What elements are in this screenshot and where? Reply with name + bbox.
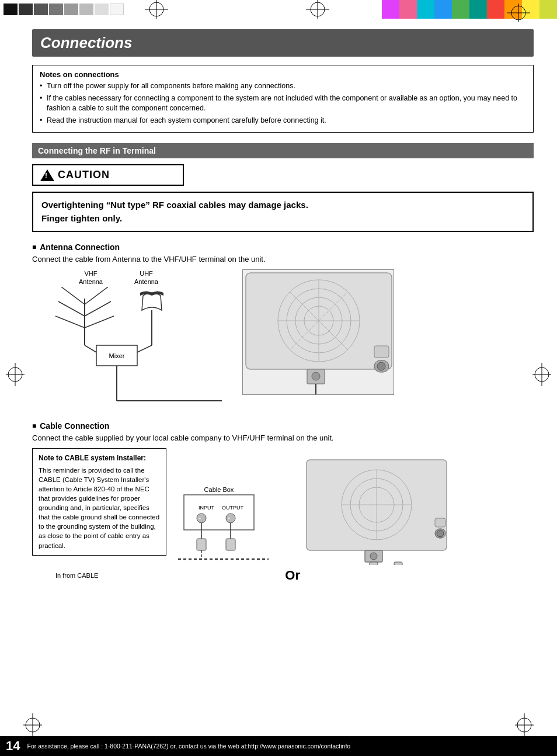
or-label: Or — [285, 568, 300, 583]
bottom-bar: 14 For assistance, please call : 1-800-2… — [0, 736, 557, 756]
uhf-label: UHFAntenna — [134, 269, 158, 286]
svg-line-13 — [55, 316, 85, 328]
caution-bar: CAUTION — [32, 164, 184, 186]
cable-bottom-labels: In from CABLE Or — [32, 568, 534, 583]
color-swatch-cyan — [417, 0, 434, 19]
caution-label: CAUTION — [58, 169, 110, 181]
svg-line-14 — [85, 316, 114, 328]
svg-rect-64 — [370, 562, 378, 565]
notes-box: Notes on connections Turn off the power … — [32, 65, 534, 133]
cable-note-title: Note to CABLE system installer: — [39, 453, 160, 463]
svg-line-12 — [85, 301, 111, 316]
svg-text:Mixer: Mixer — [109, 352, 125, 359]
cable-diagram-container: Note to CABLE system installer: This rem… — [32, 448, 534, 565]
svg-rect-58 — [435, 518, 445, 527]
color-swatch — [95, 4, 109, 15]
page-number: 14 — [6, 738, 20, 754]
svg-line-19 — [85, 345, 96, 352]
color-swatch — [49, 4, 63, 15]
cable-diagram: INPUT OUTPUT + + Cable Box — [178, 448, 458, 565]
color-swatch-lime — [539, 0, 557, 19]
svg-text:OUTPUT: OUTPUT — [222, 505, 244, 511]
notes-item-3: Read the instruction manual for each sys… — [40, 116, 526, 126]
warning-text: Overtightening “Nut type” RF coaxial cab… — [41, 200, 308, 223]
registration-mark-right — [532, 363, 551, 386]
page-title-box: Connections — [32, 29, 534, 57]
registration-mark-left — [6, 363, 25, 386]
cable-note-box: Note to CABLE system installer: This rem… — [32, 448, 166, 556]
color-swatch-teal — [469, 0, 487, 19]
registration-mark-top-right — [507, 4, 530, 22]
svg-text:INPUT: INPUT — [199, 505, 215, 511]
color-swatch — [4, 4, 18, 15]
footer-text: For assistance, please call : 1-800-211-… — [27, 743, 350, 750]
svg-line-11 — [58, 301, 85, 316]
svg-line-9 — [61, 287, 85, 304]
svg-rect-38 — [184, 495, 254, 530]
color-swatch — [19, 4, 33, 15]
registration-mark-top — [145, 0, 168, 19]
svg-point-34 — [312, 372, 320, 380]
color-swatch — [34, 4, 48, 15]
caution-triangle-icon — [40, 169, 54, 181]
svg-point-37 — [377, 362, 385, 370]
cable-section-title: Cable Connection — [32, 421, 534, 431]
svg-rect-47 — [197, 539, 206, 550]
antenna-svg-diagram: VHFAntenna UHFAntenna Mixer — [32, 269, 236, 410]
in-from-cable-label: In from CABLE — [55, 572, 98, 579]
color-swatch-blue — [434, 0, 452, 19]
cable-diagram-svg: INPUT OUTPUT + + Cable Box — [178, 448, 458, 565]
svg-line-20 — [137, 345, 152, 352]
svg-rect-32 — [374, 346, 389, 358]
antenna-section-title: Antenna Connection — [32, 242, 534, 252]
registration-mark-top-center — [306, 0, 329, 19]
registration-mark-bottom-left — [23, 713, 42, 737]
tv-unit-image — [242, 269, 394, 395]
color-swatch-pink — [399, 0, 417, 19]
rf-section-heading: Connecting the RF in Terminal — [32, 143, 534, 158]
color-swatch — [64, 4, 78, 15]
svg-text:+: + — [228, 516, 231, 521]
notes-title: Notes on connections — [40, 70, 526, 79]
svg-point-60 — [370, 553, 377, 560]
svg-text:+: + — [199, 516, 201, 521]
svg-rect-65 — [394, 562, 402, 565]
svg-point-63 — [437, 530, 444, 537]
page-title: Connections — [40, 34, 525, 52]
color-swatch — [79, 4, 93, 15]
svg-line-10 — [85, 287, 108, 304]
color-swatch — [110, 4, 124, 15]
notes-item-1: Turn off the power supply for all compon… — [40, 81, 526, 92]
registration-mark-bottom-right — [515, 713, 534, 737]
vhf-label: VHFAntenna — [79, 269, 103, 286]
svg-text:Cable Box: Cable Box — [204, 486, 234, 493]
antenna-description: Connect the cable from Antenna to the VH… — [32, 255, 534, 263]
cable-description: Connect the cable supplied by your local… — [32, 434, 534, 442]
notes-item-2: If the cables necessary for connecting a… — [40, 93, 526, 114]
color-swatch-red — [487, 0, 504, 19]
tv-back-svg — [243, 270, 394, 395]
color-swatch-magenta — [382, 0, 399, 19]
antenna-diagram-svg: Mixer — [50, 287, 225, 404]
cable-section: Cable Connection Connect the cable suppl… — [32, 421, 534, 583]
notes-list: Turn off the power supply for all compon… — [40, 81, 526, 126]
cable-note-text: This reminder is provided to call the CA… — [39, 466, 160, 550]
antenna-diagram-area: VHFAntenna UHFAntenna Mixer — [32, 269, 534, 410]
svg-rect-49 — [226, 539, 235, 550]
color-swatch-green — [452, 0, 469, 19]
warning-box: Overtightening “Nut type” RF coaxial cab… — [32, 192, 534, 232]
